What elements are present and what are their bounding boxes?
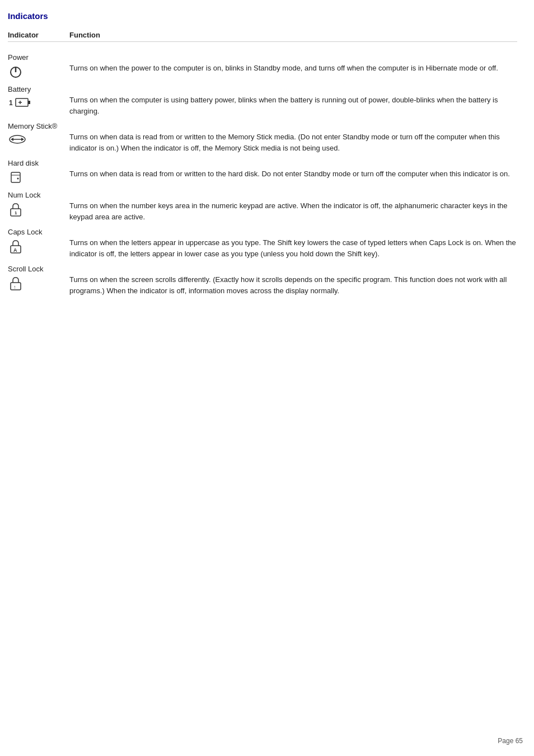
section-memory-stick: Memory Stick® Turns on when data is read… — [8, 122, 517, 153]
power-description: Turns on when the power to the computer … — [69, 63, 517, 74]
section-caps-lock-name: Caps Lock — [8, 228, 517, 236]
hard-disk-description: Turns on when data is read from or writt… — [69, 168, 517, 180]
section-power: Power Turns on when the power to the com… — [8, 53, 517, 79]
indicator-row-scrolllock: ↑ Turns on when the screen scrolls diffe… — [8, 274, 517, 296]
svg-point-13 — [17, 178, 19, 180]
battery-description: Turns on when the computer is using batt… — [69, 95, 517, 116]
svg-text:A: A — [13, 247, 17, 253]
page-title: Indicators — [8, 11, 517, 21]
section-caps-lock: Caps Lock A Turns on when the letters ap… — [8, 228, 517, 259]
numlock-icon-cell: 1 — [8, 200, 69, 218]
section-scroll-lock-name: Scroll Lock — [8, 265, 517, 273]
memory-stick-icon — [8, 133, 27, 146]
scrolllock-icon-cell: ↑ — [8, 274, 69, 292]
scroll-lock-icon: ↑ — [8, 275, 24, 292]
caps-lock-description: Turns on when the letters appear in uppe… — [69, 237, 517, 259]
section-battery: Battery 1 Turns on when the computer is … — [8, 85, 517, 116]
indicator-row-capslock: A Turns on when the letters appear in up… — [8, 237, 517, 259]
scroll-lock-description: Turns on when the screen scrolls differe… — [69, 274, 517, 296]
indicator-row-hdd: Turns on when data is read from or writt… — [8, 168, 517, 185]
section-scroll-lock: Scroll Lock ↑ Turns on when the screen s… — [8, 265, 517, 296]
indicator-row-power: Turns on when the power to the computer … — [8, 63, 517, 79]
svg-text:1: 1 — [9, 99, 13, 107]
header-function-label: Function — [69, 31, 100, 39]
hdd-icon-cell — [8, 168, 69, 185]
num-lock-icon: 1 — [8, 201, 24, 218]
svg-text:1: 1 — [15, 210, 17, 215]
page-number: Page 65 — [498, 737, 523, 745]
memory-icon-cell — [8, 132, 69, 146]
power-icon-cell — [8, 63, 69, 79]
indicator-row-numlock: 1 Turns on when the number keys area in … — [8, 200, 517, 222]
section-hard-disk: Hard disk Turns on when data is read fro… — [8, 159, 517, 185]
caps-lock-icon: A — [8, 238, 24, 255]
svg-text:↑: ↑ — [13, 284, 16, 290]
header-indicator-label: Indicator — [8, 31, 69, 39]
num-lock-description: Turns on when the number keys area in th… — [69, 200, 517, 222]
section-hard-disk-name: Hard disk — [8, 159, 517, 167]
svg-marker-8 — [11, 138, 13, 141]
capslock-icon-cell: A — [8, 237, 69, 255]
svg-rect-4 — [28, 101, 30, 104]
section-num-lock: Num Lock 1 Turns on when the number keys… — [8, 191, 517, 222]
table-header: Indicator Function — [8, 31, 517, 42]
memory-stick-description: Turns on when data is read from or writt… — [69, 132, 517, 153]
svg-marker-9 — [21, 138, 24, 141]
battery-icon-cell: 1 — [8, 95, 69, 109]
svg-rect-11 — [11, 172, 20, 182]
battery-icon: 1 — [8, 96, 34, 109]
power-icon — [8, 64, 24, 79]
section-battery-name: Battery — [8, 85, 517, 93]
section-num-lock-name: Num Lock — [8, 191, 517, 199]
section-memory-stick-name: Memory Stick® — [8, 122, 517, 130]
section-power-name: Power — [8, 53, 517, 62]
indicator-row-battery: 1 Turns on when the computer is using ba… — [8, 95, 517, 116]
hard-disk-icon — [8, 170, 24, 185]
indicator-row-memory: Turns on when data is read from or writt… — [8, 132, 517, 153]
